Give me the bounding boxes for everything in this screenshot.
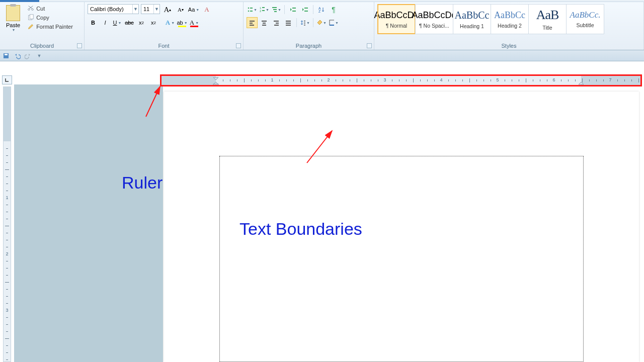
font-size-combo[interactable]: ▼: [141, 4, 160, 14]
align-center-button[interactable]: [259, 17, 270, 28]
style-name: Title: [542, 25, 552, 31]
chevron-down-icon: ▼: [254, 8, 257, 12]
undo-button[interactable]: [13, 52, 21, 60]
format-painter-button[interactable]: Format Painter: [25, 22, 75, 31]
svg-point-4: [248, 11, 250, 12]
svg-rect-16: [304, 11, 308, 12]
svg-point-2: [248, 8, 250, 9]
chevron-down-icon: ▼: [118, 21, 122, 25]
svg-rect-12: [274, 11, 277, 12]
svg-rect-13: [292, 8, 296, 9]
font-name-input[interactable]: [88, 5, 132, 14]
svg-rect-20: [250, 23, 253, 24]
group-label-clipboard: Clipboard: [0, 43, 84, 49]
style-preview: AaBbCc: [494, 10, 525, 21]
group-label-font: Font: [85, 43, 243, 49]
svg-rect-3: [250, 8, 253, 9]
style-preview: AaBbCc.: [570, 10, 601, 20]
svg-rect-33: [304, 25, 305, 26]
highlight-button[interactable]: ab▼: [177, 17, 188, 28]
chevron-down-icon[interactable]: ▼: [153, 5, 159, 14]
group-font: ▼ ▼ A▴ A▾ Aa▼ A B I U▼ abc x2 x2 A▼ ab▼ …: [85, 2, 244, 50]
style-name: Heading 2: [498, 23, 522, 29]
show-hide-marks-button[interactable]: ¶: [328, 4, 339, 15]
numbering-button[interactable]: 12▼: [259, 4, 270, 15]
chevron-down-icon: ▼: [335, 21, 339, 25]
svg-rect-27: [274, 25, 279, 26]
group-styles: AaBbCcDd¶ NormalAaBbCcDd¶ No Spaci...AaB…: [374, 2, 644, 50]
save-button[interactable]: [2, 52, 10, 60]
line-spacing-button[interactable]: ▼: [299, 17, 310, 28]
align-left-button[interactable]: [247, 17, 258, 28]
redo-button[interactable]: [24, 52, 32, 60]
svg-rect-29: [286, 23, 291, 24]
svg-rect-21: [250, 25, 254, 26]
clear-formatting-button[interactable]: A: [201, 4, 212, 15]
cut-label: Cut: [36, 6, 45, 12]
copy-icon: [27, 14, 34, 21]
style-tile-heading-2[interactable]: AaBbCcHeading 2: [491, 4, 529, 34]
text-effects-button[interactable]: A▼: [165, 17, 176, 28]
style-tile--normal[interactable]: AaBbCcDd¶ Normal: [377, 4, 416, 34]
scissors-icon: [27, 5, 34, 12]
qat-customize-button[interactable]: ▼: [35, 52, 43, 60]
separator: [313, 18, 313, 27]
subscript-button[interactable]: x2: [136, 17, 147, 28]
justify-button[interactable]: [283, 17, 294, 28]
brush-icon: [27, 23, 34, 30]
align-right-button[interactable]: [271, 17, 282, 28]
font-size-input[interactable]: [141, 5, 153, 14]
separator: [284, 5, 285, 14]
svg-rect-14: [292, 11, 296, 12]
strikethrough-button[interactable]: abc: [124, 17, 135, 28]
increase-indent-button[interactable]: [299, 4, 310, 15]
bold-button[interactable]: B: [88, 17, 99, 28]
chevron-down-icon: ▼: [323, 21, 327, 25]
font-name-combo[interactable]: ▼: [88, 4, 139, 14]
chevron-down-icon: ▼: [184, 21, 188, 25]
svg-line-39: [146, 86, 160, 117]
chevron-down-icon: ▼: [306, 21, 310, 25]
style-preview: AaB: [536, 8, 559, 23]
svg-rect-11: [273, 9, 277, 10]
style-name: ¶ No Spaci...: [419, 23, 449, 29]
separator: [313, 5, 313, 14]
style-tile--no-spaci-[interactable]: AaBbCcDd¶ No Spaci...: [415, 4, 453, 34]
paste-button[interactable]: Paste ▼: [3, 4, 23, 33]
bullets-button[interactable]: ▼: [247, 4, 258, 15]
underline-button[interactable]: U▼: [112, 17, 123, 28]
multilevel-list-button[interactable]: ▼: [271, 4, 282, 15]
svg-line-40: [307, 131, 332, 163]
style-tile-subtitle[interactable]: AaBbCc.Subtitle: [566, 4, 604, 34]
svg-rect-37: [5, 54, 8, 55]
group-label-styles: Styles: [374, 43, 643, 49]
style-tile-heading-1[interactable]: AaBbCcHeading 1: [453, 4, 491, 34]
chevron-down-icon[interactable]: ▼: [132, 5, 138, 14]
paragraph-dialog-launcher[interactable]: [367, 43, 372, 48]
cut-button[interactable]: Cut: [25, 4, 75, 13]
superscript-button[interactable]: x2: [148, 17, 159, 28]
shading-button[interactable]: ▼: [316, 17, 327, 28]
shrink-font-button[interactable]: A▾: [175, 4, 186, 15]
group-clipboard: Paste ▼ Cut Copy Format Painter Clipboar…: [0, 2, 85, 50]
svg-rect-7: [262, 7, 265, 8]
grow-font-button[interactable]: A▴: [162, 4, 173, 15]
sort-button[interactable]: AZ: [316, 4, 327, 15]
change-case-button[interactable]: Aa▼: [188, 4, 199, 15]
copy-button[interactable]: Copy: [25, 13, 75, 22]
decrease-indent-button[interactable]: [287, 4, 298, 15]
italic-button[interactable]: I: [100, 17, 111, 28]
chevron-down-icon: ▼: [278, 8, 281, 12]
font-color-button[interactable]: A▼: [189, 17, 200, 28]
group-paragraph: ▼ 12▼ ▼ AZ ¶ ▼ ▼ ▼ Paragraph: [244, 2, 374, 50]
svg-text:2: 2: [260, 10, 262, 13]
borders-button[interactable]: ▼: [328, 17, 339, 28]
chevron-down-icon: ▼: [12, 28, 16, 32]
font-dialog-launcher[interactable]: [236, 43, 241, 48]
svg-rect-31: [304, 21, 305, 22]
style-tile-title[interactable]: AaBTitle: [528, 4, 567, 34]
clipboard-dialog-launcher[interactable]: [77, 43, 82, 48]
styles-gallery[interactable]: AaBbCcDd¶ NormalAaBbCcDd¶ No Spaci...AaB…: [377, 4, 640, 34]
svg-rect-1: [30, 15, 33, 19]
style-name: ¶ Normal: [386, 23, 407, 29]
